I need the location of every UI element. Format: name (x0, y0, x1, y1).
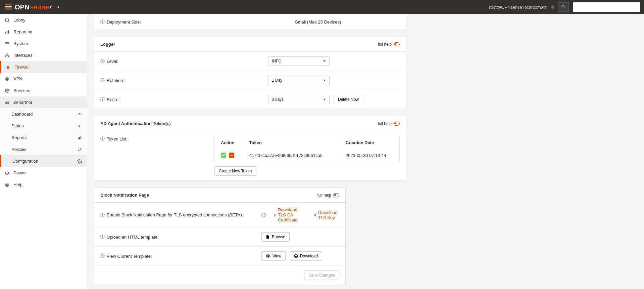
search-input[interactable] (573, 2, 640, 12)
save-changes-button[interactable]: Save Changes (304, 271, 339, 280)
sidebar-item-vpn[interactable]: VPN (0, 73, 87, 85)
sidebar-sub-status[interactable]: Status (0, 120, 87, 132)
logger-title: Logger (100, 42, 115, 47)
svg-rect-0 (5, 4, 12, 5)
logger-rotation-row: ⓘ Rotation: 1 Day (94, 71, 406, 90)
svg-point-36 (6, 184, 8, 185)
download-ca-link[interactable]: Download TLS CA Certificate (274, 207, 306, 222)
sidebar-item-label: Lobby (13, 17, 25, 23)
sitemap-icon (5, 53, 10, 58)
sidebar-item-interfaces[interactable]: Interfaces (0, 49, 87, 61)
sidebar-item-label: Services (13, 88, 30, 93)
sidebar-sub-dashboard[interactable]: Dashboard (0, 108, 87, 120)
sidebar-item-label: Reporting (13, 29, 32, 34)
sidebar-item-services[interactable]: Services (0, 85, 87, 96)
power-icon (5, 171, 10, 175)
save-row: Save Changes (94, 266, 345, 285)
sidebar-item-label: Power (13, 170, 26, 175)
info-icon[interactable]: ⓘ (100, 19, 105, 25)
sidebar-item-system[interactable]: System (0, 38, 87, 49)
svg-line-37 (6, 183, 6, 184)
rotation-select[interactable]: 1 Day (268, 76, 330, 85)
list-icon (5, 41, 10, 46)
full-help-toggle[interactable]: full help (378, 42, 400, 47)
info-icon[interactable]: ⓘ (100, 96, 105, 102)
browse-button[interactable]: Browse (261, 232, 290, 242)
tokens-panel: AD Agent Authentication Token(s) full he… (94, 116, 406, 181)
block-enable-toggle[interactable] (261, 213, 266, 217)
info-icon[interactable]: ⓘ (100, 234, 105, 240)
info-icon[interactable]: ⓘ (100, 253, 105, 259)
laptop-icon (5, 18, 10, 23)
tokens-header: AD Agent Authentication Token(s) full he… (94, 116, 406, 131)
svg-point-33 (79, 161, 80, 162)
info-icon[interactable]: ⓘ (100, 212, 105, 218)
logger-level-row: ⓘ Level: INFO (94, 52, 406, 71)
download-button[interactable]: Download (290, 251, 322, 261)
svg-rect-9 (8, 30, 9, 33)
create-token-button[interactable]: Create New Token (214, 166, 256, 176)
sidebar-item-power[interactable]: Power (0, 167, 87, 179)
sidebar: Lobby Reporting System Interfaces Firewa… (0, 14, 87, 289)
full-help-toggle[interactable]: full help (378, 121, 400, 126)
th-action: Action (215, 137, 243, 149)
svg-rect-14 (5, 56, 6, 57)
sidebar-item-firewall[interactable]: Firewall (0, 61, 87, 73)
sidebar-item-help[interactable]: Help (0, 179, 87, 191)
deployment-panel: ⓘ Deployment Size: Small (Max 25 Devices… (94, 14, 406, 30)
sidebar-item-label: Help (13, 182, 22, 187)
svg-line-39 (6, 185, 6, 186)
sidebar-sub-label: Dashboard (11, 112, 33, 117)
info-icon[interactable]: ⓘ (100, 77, 105, 83)
sidebar-sub-label: Reports (11, 135, 27, 140)
chart-icon (5, 30, 10, 34)
sidebar-sub-policies[interactable]: Policies (0, 143, 87, 155)
info-icon[interactable]: ⓘ (100, 58, 105, 64)
table-header-row: Action Token Creation Date (215, 137, 399, 149)
binoculars-icon (5, 100, 10, 105)
sidebar-sub-reports[interactable]: Reports (0, 132, 87, 143)
tokens-title: AD Agent Authentication Token(s) (100, 121, 171, 126)
sidebar-sub-configuration[interactable]: Configuration (0, 155, 87, 167)
info-icon[interactable]: ⓘ (100, 136, 105, 142)
download-key-link[interactable]: Download TLS Key (314, 210, 339, 220)
sidebar-sub-label: Configuration (12, 159, 38, 164)
sidebar-sub-label: Policies (11, 147, 27, 152)
sidebar-item-zenarmor[interactable]: Zenarmor (0, 96, 87, 108)
svg-rect-5 (5, 18, 8, 20)
svg-line-40 (8, 183, 8, 184)
logo[interactable]: OPNsense® (4, 3, 52, 11)
svg-rect-30 (81, 136, 81, 139)
token-list-label: Token List: (107, 136, 128, 141)
cog-icon (5, 88, 10, 93)
full-help-toggle[interactable]: full help (317, 193, 339, 198)
main-content: ⓘ Deployment Size: Small (Max 25 Devices… (87, 14, 644, 289)
life-ring-icon (5, 182, 10, 187)
user-label: root@OPNsense.localdomain (489, 5, 547, 10)
th-date: Creation Date (340, 137, 399, 149)
sidebar-item-lobby[interactable]: Lobby (0, 14, 87, 26)
delete-token-button[interactable] (229, 153, 234, 158)
opnsense-logo-icon (4, 3, 13, 11)
logo-text-1: OPN (15, 3, 29, 11)
block-view-row: ⓘ View Current Template: View Download (94, 247, 345, 266)
sidebar-item-reporting[interactable]: Reporting (0, 26, 87, 38)
copy-token-button[interactable] (221, 153, 226, 158)
sidebar-item-label: Firewall (14, 65, 30, 70)
delete-now-button[interactable]: Delete Now (334, 95, 363, 104)
block-panel: Block Notification Page full help ⓘ Enab… (94, 188, 346, 285)
deployment-value: Small (Max 25 Devices) (295, 19, 341, 25)
level-label: Level: (107, 59, 118, 64)
retire-select[interactable]: 3 days (268, 95, 330, 104)
svg-rect-15 (8, 56, 9, 57)
search-button[interactable] (558, 2, 569, 12)
sidebar-sub-label: Status (11, 123, 24, 128)
logger-header: Logger full help (94, 37, 406, 52)
view-button[interactable]: View (261, 251, 286, 261)
toggle-icon (333, 193, 339, 197)
svg-rect-8 (7, 31, 7, 33)
level-select[interactable]: INFO (268, 56, 330, 66)
svg-line-38 (8, 185, 8, 186)
sidebar-toggle-icon[interactable] (57, 5, 61, 9)
svg-point-3 (562, 5, 564, 8)
